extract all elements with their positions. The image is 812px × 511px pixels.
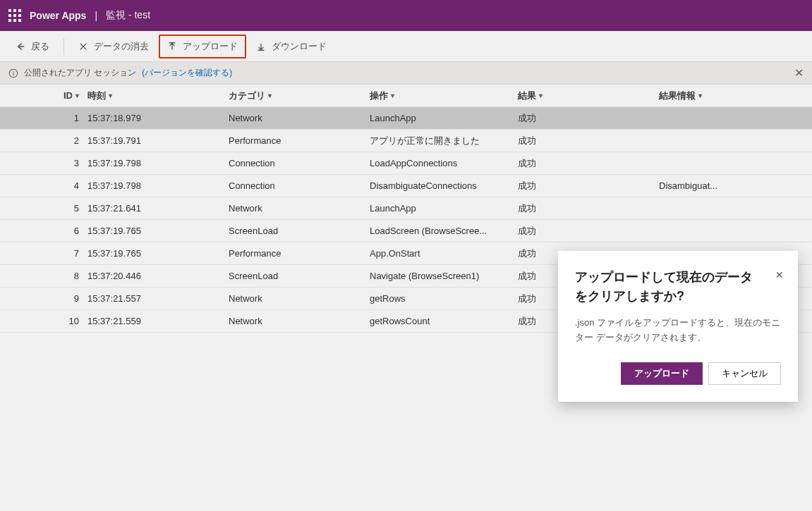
chevron-down-icon: ▾	[539, 92, 543, 99]
dialog-body: .json ファイルをアップロードすると、現在のモニター データがクリアされます…	[575, 316, 781, 345]
cell-time: 15:37:21.559	[87, 316, 229, 326]
cell-result: 成功	[518, 202, 659, 215]
cell-time: 15:37:19.798	[87, 180, 229, 191]
upload-confirm-dialog: ✕ アップロードして現在のデータをクリアしますか? .json ファイルをアップ…	[558, 251, 798, 402]
cell-operation: getRows	[370, 293, 518, 304]
table-row[interactable]: 215:37:19.791Performanceアプリが正常に開きました成功	[0, 130, 812, 152]
cell-id: 3	[3, 158, 87, 168]
cell-time: 15:37:19.791	[87, 135, 229, 146]
cell-category: ScreenLoad	[229, 271, 370, 281]
cell-result: 成功	[518, 225, 659, 238]
chevron-down-icon: ▾	[75, 92, 79, 99]
banner-link[interactable]: (バージョンを確認する)	[142, 67, 232, 79]
upload-label: アップロード	[183, 40, 238, 53]
dialog-title: アップロードして現在のデータをクリアしますか?	[575, 268, 781, 306]
col-result-info[interactable]: 結果情報▾	[659, 90, 809, 102]
col-id[interactable]: ID▾	[3, 90, 87, 101]
waffle-icon[interactable]	[8, 9, 21, 22]
cell-id: 1	[3, 113, 87, 123]
cell-category: Connection	[229, 180, 370, 191]
toolbar: 戻る データの消去 アップロード ダウンロード	[0, 31, 812, 62]
cell-time: 15:37:21.557	[87, 293, 229, 304]
cell-result: 成功	[518, 180, 659, 192]
cell-category: Network	[229, 113, 370, 123]
cell-category: Performance	[229, 248, 370, 259]
cell-category: ScreenLoad	[229, 226, 370, 236]
col-operation[interactable]: 操作▾	[370, 90, 518, 102]
cell-category: Connection	[229, 158, 370, 168]
clear-data-button[interactable]: データの消去	[71, 36, 156, 57]
cell-operation: Navigate (BrowseScreen1)	[370, 271, 518, 281]
cell-time: 15:37:19.765	[87, 226, 229, 236]
info-banner: 公開されたアプリ セッション (バージョンを確認する) ✕	[0, 62, 812, 85]
cell-operation: LoadAppConnections	[370, 158, 518, 168]
cell-operation: アプリが正常に開きました	[370, 135, 518, 147]
cell-id: 2	[3, 135, 87, 146]
cell-operation: LoadScreen (BrowseScree...	[370, 226, 518, 236]
upload-icon	[167, 42, 177, 51]
download-label: ダウンロード	[272, 40, 327, 53]
table-row[interactable]: 615:37:19.765ScreenLoadLoadScreen (Brows…	[0, 220, 812, 242]
chevron-down-icon: ▾	[109, 92, 112, 99]
cell-result-info: Disambiguat...	[659, 180, 809, 191]
table-row[interactable]: 515:37:21.641NetworkLaunchApp成功	[0, 197, 812, 220]
cell-category: Network	[229, 203, 370, 214]
back-button[interactable]: 戻る	[8, 36, 56, 57]
col-category[interactable]: カテゴリ▾	[229, 90, 370, 102]
cell-operation: DisambiguateConnections	[370, 180, 518, 191]
cell-time: 15:37:18.979	[87, 113, 229, 123]
info-icon	[8, 68, 18, 78]
dialog-close-icon[interactable]: ✕	[775, 269, 784, 281]
cell-id: 10	[3, 316, 87, 326]
cell-category: Network	[229, 293, 370, 304]
col-result[interactable]: 結果▾	[518, 90, 659, 102]
app-header: Power Apps | 監視 - test	[0, 0, 812, 31]
grid-header: ID▾ 時刻▾ カテゴリ▾ 操作▾ 結果▾ 結果情報▾	[0, 85, 812, 107]
cell-time: 15:37:19.798	[87, 158, 229, 168]
table-row[interactable]: 115:37:18.979NetworkLaunchApp成功	[0, 107, 812, 130]
cell-result: 成功	[518, 135, 659, 147]
chevron-down-icon: ▾	[268, 92, 272, 99]
download-icon	[256, 42, 266, 51]
back-label: 戻る	[31, 40, 49, 53]
cell-operation: LaunchApp	[370, 203, 518, 214]
cell-time: 15:37:20.446	[87, 271, 229, 281]
cell-id: 7	[3, 248, 87, 259]
cell-result: 成功	[518, 157, 659, 170]
cell-result: 成功	[518, 112, 659, 125]
table-row[interactable]: 415:37:19.798ConnectionDisambiguateConne…	[0, 175, 812, 197]
upload-button[interactable]: アップロード	[159, 35, 246, 59]
cell-category: Performance	[229, 135, 370, 146]
page-title: 監視 - test	[106, 9, 150, 22]
col-time[interactable]: 時刻▾	[87, 90, 229, 102]
cell-time: 15:37:19.765	[87, 248, 229, 259]
chevron-down-icon: ▾	[698, 92, 702, 99]
close-icon	[78, 42, 88, 51]
header-divider: |	[95, 10, 97, 21]
cell-operation: getRowsCount	[370, 316, 518, 326]
cell-operation: LaunchApp	[370, 113, 518, 123]
clear-label: データの消去	[94, 40, 149, 53]
arrow-left-icon	[16, 42, 25, 51]
app-name[interactable]: Power Apps	[30, 10, 86, 21]
cell-category: Network	[229, 316, 370, 326]
banner-text: 公開されたアプリ セッション	[24, 67, 136, 79]
chevron-down-icon: ▾	[391, 92, 394, 99]
cell-id: 4	[3, 180, 87, 191]
banner-close-icon[interactable]: ✕	[794, 66, 804, 80]
cell-id: 6	[3, 226, 87, 236]
dialog-upload-button[interactable]: アップロード	[621, 362, 703, 385]
cell-operation: App.OnStart	[370, 248, 518, 259]
cell-time: 15:37:21.641	[87, 203, 229, 214]
cell-id: 5	[3, 203, 87, 214]
cell-id: 9	[3, 293, 87, 304]
table-row[interactable]: 315:37:19.798ConnectionLoadAppConnection…	[0, 152, 812, 175]
cell-id: 8	[3, 271, 87, 281]
download-button[interactable]: ダウンロード	[249, 36, 334, 57]
dialog-cancel-button[interactable]: キャンセル	[708, 362, 781, 385]
